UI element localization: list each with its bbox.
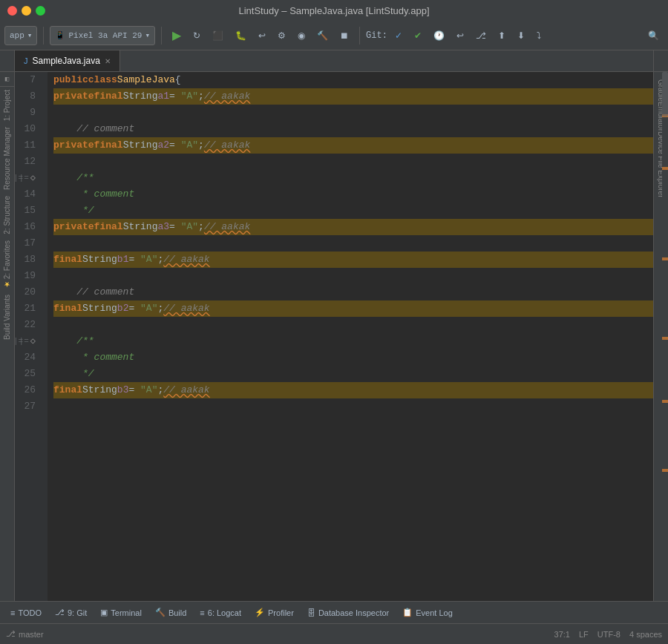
stop-button[interactable]: ⬛: [208, 25, 228, 46]
git-merge-button[interactable]: ⤵: [532, 25, 546, 46]
database-inspector-button[interactable]: 🗄 Database Inspector: [301, 604, 395, 622]
device-selector[interactable]: 📱 Pixel 3a API 29 ▾: [50, 26, 155, 45]
profiler-button[interactable]: ⚡ Profiler: [249, 604, 300, 622]
git-history-button[interactable]: 🕐: [429, 25, 449, 46]
sidebar-item-buildvariants[interactable]: Build Variants: [0, 292, 14, 343]
git-push-button[interactable]: ⬆: [494, 25, 510, 46]
git-branch-name: master: [19, 630, 44, 639]
build-button[interactable]: 🔨: [312, 25, 333, 46]
build-panel-label: Build: [168, 608, 186, 617]
sidebar-item-project[interactable]: 1: Project: [0, 87, 14, 124]
merge-icon: ⤵: [537, 30, 541, 41]
sidebar-icon: ◧: [5, 75, 9, 83]
build-panel-icon: 🔨: [155, 608, 166, 617]
git-status[interactable]: ⎇ master: [6, 629, 44, 639]
coverage-icon: ◉: [298, 30, 305, 41]
chevron-down-icon: ▾: [27, 30, 33, 40]
indent-setting[interactable]: 4 spaces: [629, 630, 662, 639]
window-title: LintStudy – SampleJava.java [LintStudy.a…: [238, 5, 429, 16]
tick-icon: ✔: [414, 30, 422, 41]
status-bar: ⎇ master 37:1 LF UTF-8 4 spaces: [0, 623, 668, 644]
event-log-label: Event Log: [416, 608, 453, 617]
scrollbar-marker-5: [662, 400, 668, 403]
scrollbar-marker-3: [662, 257, 668, 260]
event-log-icon: 📋: [402, 608, 413, 617]
attach-icon: ↩: [258, 30, 266, 41]
search-button[interactable]: 🔍: [644, 25, 664, 46]
terminal-button[interactable]: ▣ Terminal: [94, 604, 148, 622]
app-selector[interactable]: app ▾: [4, 26, 37, 45]
tab-label: SampleJava.java: [33, 56, 100, 66]
device-icon: 📱: [55, 30, 65, 40]
git-panel-label: 9: Git: [68, 608, 87, 617]
bottom-toolbar: ≡ TODO ⎇ 9: Git ▣ Terminal 🔨 Build ≡ 6: …: [0, 601, 668, 623]
event-log-button[interactable]: 📋 Event Log: [396, 604, 459, 622]
todo-label: TODO: [18, 608, 42, 617]
sidebar-item-favorites[interactable]: ★ 2: Favorites: [0, 237, 14, 292]
search-icon: 🔍: [648, 30, 659, 41]
logcat-label: 6: Logcat: [208, 608, 241, 617]
toolbar-separator-3: [359, 27, 360, 45]
checkmark-icon: ✓: [395, 30, 402, 41]
git-panel-button[interactable]: ⎇ 9: Git: [49, 604, 93, 622]
logcat-button[interactable]: ≡ 6: Logcat: [194, 604, 247, 622]
undo-icon: ↩: [456, 30, 464, 41]
run-icon: ▶: [172, 28, 181, 42]
git-pull-button[interactable]: ⬇: [513, 25, 529, 46]
scrollbar-marker-6: [662, 469, 668, 472]
build-panel-button[interactable]: 🔨 Build: [149, 604, 192, 622]
rerun-button[interactable]: ↻: [189, 25, 205, 46]
logcat-icon: ≡: [200, 608, 204, 617]
scrollbar-track[interactable]: [662, 72, 668, 601]
attach-button[interactable]: ↩: [254, 25, 270, 46]
build-icon: 🔨: [317, 30, 328, 41]
tab-sample-java[interactable]: J SampleJava.java ✕: [15, 50, 120, 71]
terminal-icon: ▣: [100, 608, 108, 617]
app-label: app: [10, 31, 24, 40]
toolbar-separator-2: [161, 27, 162, 45]
chevron-down-icon-2: ▾: [145, 30, 150, 40]
branch-icon: ⎇: [476, 30, 486, 41]
close-button[interactable]: [7, 6, 17, 16]
window-controls[interactable]: [7, 6, 45, 16]
run-button[interactable]: ▶: [168, 25, 186, 46]
tab-close-icon[interactable]: ✕: [105, 57, 111, 65]
line-numbers: 789101112|=◇141516171819202122|=◇2425262…: [15, 72, 48, 601]
git-panel-icon: ⎇: [55, 608, 65, 617]
scrollbar-thumb[interactable]: [662, 72, 668, 116]
scrollbar-marker-4: [662, 337, 668, 340]
minimize-button[interactable]: [22, 6, 31, 16]
profiler-icon: ⚡: [255, 608, 265, 617]
toolbar-separator: [43, 27, 44, 45]
todo-icon: ≡: [10, 608, 15, 617]
sync-icon: 🐛: [235, 30, 246, 41]
todo-button[interactable]: ≡ TODO: [4, 604, 48, 622]
code-content[interactable]: public class SampleJava { private final …: [48, 72, 653, 601]
gradle-button[interactable]: ⏹: [335, 25, 353, 46]
right-sidebar: Gradle Emulator Device File Explorer: [653, 72, 668, 601]
git-undo-button[interactable]: ↩: [452, 25, 468, 46]
sidebar-item-resource[interactable]: Resource Manager: [0, 124, 14, 193]
push-icon: ⬆: [498, 30, 505, 41]
git-branch-button[interactable]: ⎇: [471, 25, 491, 46]
database-icon: 🗄: [307, 608, 315, 617]
editor-area: 789101112|=◇141516171819202122|=◇2425262…: [15, 72, 653, 601]
git-tick-button[interactable]: ✔: [410, 25, 426, 46]
profile-icon: ⚙: [278, 30, 286, 41]
git-checkmark-button[interactable]: ✓: [390, 25, 407, 46]
scrollbar-marker-2: [662, 167, 668, 170]
profiler-label: Profiler: [268, 608, 294, 617]
line-ending[interactable]: LF: [579, 630, 589, 639]
java-file-icon: J: [24, 56, 28, 65]
maximize-button[interactable]: [36, 6, 45, 16]
coverage-button[interactable]: ◉: [293, 25, 310, 46]
rerun-icon: ↻: [193, 30, 200, 41]
sync-button[interactable]: 🐛: [231, 25, 251, 46]
sidebar-item-structure[interactable]: 2: Structure: [0, 193, 14, 237]
terminal-label: Terminal: [111, 608, 142, 617]
cursor-position[interactable]: 37:1: [554, 630, 570, 639]
git-label: Git:: [366, 30, 387, 41]
file-encoding[interactable]: UTF-8: [597, 630, 620, 639]
profile-button[interactable]: ⚙: [273, 25, 290, 46]
main-toolbar: app ▾ 📱 Pixel 3a API 29 ▾ ▶ ↻ ⬛ 🐛 ↩ ⚙ ◉ …: [0, 21, 668, 50]
